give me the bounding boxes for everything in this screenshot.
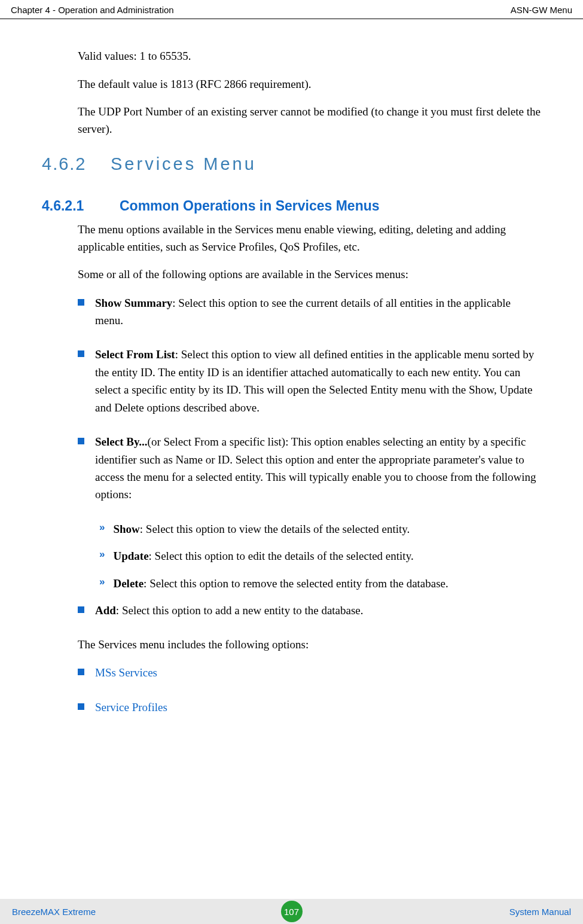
header-right: ASN-GW Menu	[511, 5, 572, 15]
square-bullet-icon	[78, 669, 84, 675]
bullet-label: Add	[95, 604, 116, 617]
header-left: Chapter 4 - Operation and Administration	[11, 5, 174, 15]
bullet-list-2: Add: Select this option to add a new ent…	[78, 602, 541, 619]
bullet-list: Show Summary: Select this option to see …	[78, 294, 541, 504]
bullet-text: Add: Select this option to add a new ent…	[95, 602, 364, 619]
sub-bullet-body: : Select this option to edit the details…	[149, 550, 414, 562]
page-footer: BreezeMAX Extreme 107 System Manual	[0, 899, 583, 924]
bullet-label: Show Summary	[95, 297, 172, 309]
sub-bullet-update: » Update: Select this option to edit the…	[99, 547, 541, 565]
sub-bullet-label: Update	[113, 550, 148, 562]
link-service-profiles[interactable]: Service Profiles	[78, 699, 541, 716]
page-header: Chapter 4 - Operation and Administration…	[0, 0, 583, 19]
subsection-number: 4.6.2.1	[42, 198, 120, 214]
chevron-icon: »	[99, 576, 105, 588]
sub-bullet-body: : Select this option to remove the selec…	[144, 577, 448, 590]
chevron-icon: »	[99, 522, 105, 533]
sub-bullet-show: » Show: Select this option to view the d…	[99, 520, 541, 538]
bullet-body: : Select this option to add a new entity…	[116, 604, 364, 617]
section-title: Services Menu	[111, 154, 257, 174]
intro-paragraph-3: The UDP Port Number of an existing serve…	[78, 103, 541, 138]
link-mss-services[interactable]: MSs Services	[78, 664, 541, 681]
outro-paragraph: The Services menu includes the following…	[78, 636, 541, 654]
section-heading: 4.6.2 Services Menu	[42, 154, 541, 174]
sub-bullet-delete: » Delete: Select this option to remove t…	[99, 575, 541, 592]
bullet-label: Select By...	[95, 435, 148, 448]
bullet-select-from-list: Select From List: Select this option to …	[78, 346, 541, 416]
sub-bullet-list: » Show: Select this option to view the d…	[99, 520, 541, 592]
square-bullet-icon	[78, 438, 84, 444]
sub-bullet-label: Show	[113, 523, 139, 535]
sub-bullet-body: : Select this option to view the details…	[140, 523, 410, 535]
subsection-heading: 4.6.2.1 Common Operations in Services Me…	[42, 198, 541, 214]
bullet-select-by: Select By...(or Select From a specific l…	[78, 433, 541, 504]
chevron-icon: »	[99, 548, 105, 560]
bullet-body: (or Select From a specific list): This o…	[95, 435, 536, 501]
bullet-label: Select From List	[95, 348, 175, 361]
bullet-add: Add: Select this option to add a new ent…	[78, 602, 541, 619]
sub-bullet-text: Update: Select this option to edit the d…	[113, 547, 413, 565]
square-bullet-icon	[78, 350, 84, 357]
intro-paragraph-2: The default value is 1813 (RFC 2866 requ…	[78, 76, 541, 93]
bullet-text: Select By...(or Select From a specific l…	[95, 433, 541, 504]
bullet-text: Select From List: Select this option to …	[95, 346, 541, 416]
link-text: MSs Services	[95, 664, 157, 681]
square-bullet-icon	[78, 703, 84, 710]
bullet-show-summary: Show Summary: Select this option to see …	[78, 294, 541, 330]
link-list: MSs Services Service Profiles	[78, 664, 541, 716]
square-bullet-icon	[78, 299, 84, 306]
sub-bullet-text: Show: Select this option to view the det…	[113, 520, 410, 538]
bullet-text: Show Summary: Select this option to see …	[95, 294, 541, 330]
footer-right: System Manual	[509, 907, 571, 917]
section-number: 4.6.2	[42, 154, 111, 174]
subsection-paragraph-1: The menu options available in the Servic…	[78, 221, 541, 255]
page-number: 107	[284, 907, 299, 917]
link-text: Service Profiles	[95, 699, 167, 716]
sub-bullet-text: Delete: Select this option to remove the…	[113, 575, 448, 592]
footer-left: BreezeMAX Extreme	[12, 907, 96, 917]
sub-bullet-label: Delete	[113, 577, 144, 590]
content-area: Valid values: 1 to 65535. The default va…	[0, 19, 583, 716]
subsection-title: Common Operations in Services Menus	[120, 198, 380, 214]
square-bullet-icon	[78, 606, 84, 613]
intro-paragraph-1: Valid values: 1 to 65535.	[78, 48, 541, 65]
page-number-badge: 107	[281, 901, 303, 922]
subsection-paragraph-2: Some or all of the following options are…	[78, 266, 541, 283]
